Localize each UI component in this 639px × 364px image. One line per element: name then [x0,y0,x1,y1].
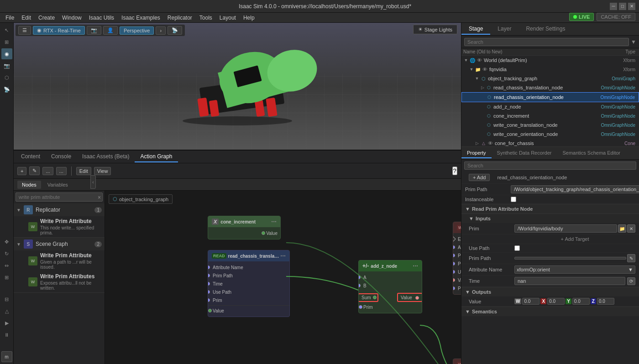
node-group-replicator-header[interactable]: ▼ R Replicator 1 [14,203,105,216]
expand-otg[interactable]: ▼ [474,76,480,81]
menu-isaac-examples[interactable]: Isaac Examples [118,14,164,22]
tree-fqnvidia[interactable]: ▼ 📁 👁 fqnvidia Xform [461,65,639,74]
menu-file[interactable]: File [2,14,18,22]
val-w-input[interactable] [522,298,539,305]
prop-section-semantics[interactable]: ▼ Semantics [461,307,639,316]
prop-prim-browse-button[interactable]: 📁 [618,224,626,233]
minimize-button[interactable]: ─ [610,3,617,10]
node-entry-write-prim-attr-2[interactable]: W Write Prim Attribute Given a path to .… [14,250,105,271]
menu-isaac-utils[interactable]: Isaac Utils [85,14,118,22]
prop-tab-property[interactable]: Property [461,148,492,158]
eye-world[interactable]: 👁 [477,57,482,63]
sidebar-m-icon[interactable]: m [1,351,12,362]
sidebar-camera-icon[interactable]: 📷 [1,60,12,71]
chevron-btn[interactable]: › [156,26,166,35]
menu-create[interactable]: Create [35,14,58,22]
menu-replicator[interactable]: Replicator [164,14,196,22]
ag-edit-label[interactable]: Edit [76,167,91,175]
sidebar-move-icon[interactable]: ✥ [1,236,12,247]
prop-instanceable-checkbox[interactable] [511,197,516,202]
prop-section-inputs[interactable]: ▼ Inputs [461,213,639,223]
node-search-clear-button[interactable]: × [98,194,101,201]
sidebar-mesh-icon[interactable]: △ [1,306,12,317]
node-read-chassis-translation[interactable]: READ read_chassis_translation_node ··· A… [208,250,290,317]
node-write-cone-translation[interactable]: WRITE write_cone_translation_node ··· Ex… [453,222,461,295]
ag-dots-button[interactable]: ... [42,167,53,175]
menu-tools[interactable]: Tools [196,14,216,22]
expand-rct[interactable]: ▷ [480,85,485,90]
menu-layout[interactable]: Layout [216,14,240,22]
expand-fqnvidia[interactable]: ▼ [469,67,474,72]
sidebar-broadcast-icon[interactable]: 📡 [1,84,12,95]
perspective-btn[interactable]: Perspective [120,26,154,35]
prop-time-reset-button[interactable]: ⟳ [627,277,635,285]
val-y-input[interactable] [572,298,590,305]
node-cone-increment[interactable]: X cone_increment ··· Value [208,216,281,239]
prop-add-button[interactable]: + Add [469,174,490,181]
ag-subtab-variables[interactable]: Variables [43,181,73,189]
ag-help-button[interactable]: ? [452,166,457,175]
graph-canvas[interactable]: ⬡ object_tracking_graph [105,191,461,364]
node-more-cone-increment[interactable]: ··· [271,218,277,225]
ag-add-button[interactable]: + [17,167,26,175]
sidebar-cursor-icon[interactable]: ↖ [1,25,12,36]
camera-icon-btn[interactable]: 📷 [87,26,101,35]
val-x-input[interactable] [547,298,565,305]
prop-tab-synthetic[interactable]: Synthetic Data Recorder [492,148,557,158]
tab-isaac-assets[interactable]: Isaac Assets (Beta) [77,151,135,162]
stage-tab-render[interactable]: Render Settings [519,24,572,35]
tree-ci[interactable]: ⬡ cone_increment OmniGraphNode [461,111,639,120]
node-add-z[interactable]: +/- add_z_node ··· A B [358,260,422,313]
prop-tab-semantics[interactable]: Semantics Schema Editor [557,148,626,158]
node-write-cone-orientation[interactable]: WRITE write_cone_orientation_node ··· Ex… [453,359,461,364]
tab-content[interactable]: Content [16,151,46,162]
sidebar-rotate-icon[interactable]: ↻ [1,248,12,259]
sidebar-scale-icon[interactable]: ⇔ [1,260,12,271]
maximize-button[interactable]: □ [619,3,626,10]
prop-section-read[interactable]: ▼ Read Prim Attribute Node [461,204,639,213]
prop-attr-name-dropdown[interactable]: xformOp:orient ▼ [514,265,635,274]
node-entry-write-prim-attrs[interactable]: W Write Prim Attributes Exposes attribu.… [14,271,105,292]
stage-filter-button[interactable]: ▼ [631,39,636,45]
ag-pencil-button[interactable]: ✎ [29,166,40,175]
node-group-scene-graph-header[interactable]: ▼ S Scene Graph 2 [14,238,105,250]
tree-world[interactable]: ▼ 🌐 👁 World (defaultPrim) Xform [461,56,639,65]
tree-wct[interactable]: ⬡ write_cone_translation_node OmniGraphN… [461,120,639,130]
hamburger-btn[interactable]: ☰ [18,26,31,35]
node-entry-write-prim-attr-1[interactable]: W Write Prim Attribute This node write..… [14,216,105,237]
sidebar-perspective-icon[interactable]: ⬡ [1,72,12,83]
eye-cfc[interactable]: 👁 [488,140,493,146]
sidebar-transform-icon[interactable]: ⊞ [1,272,12,283]
ag-subtab-nodes[interactable]: Nodes [17,181,41,189]
stage-search-input[interactable] [464,38,629,46]
tree-cfc[interactable]: ▷ △ 👁 cone_for_chassis Cone [461,139,639,147]
prop-prim-path2-edit[interactable]: ✎ [627,254,635,262]
person-btn[interactable]: 👤 [103,26,118,35]
menu-help[interactable]: Help [240,14,258,22]
tab-console[interactable]: Console [46,151,77,162]
tab-action-graph[interactable]: Action Graph [135,151,178,162]
prop-prim-clear-button[interactable]: ✕ [627,224,635,233]
node-search-input[interactable] [16,192,103,202]
prop-use-path-checkbox[interactable] [514,245,520,251]
menu-edit[interactable]: Edit [18,14,35,22]
sidebar-snap-icon[interactable]: ⊟ [1,294,12,305]
prop-section-outputs[interactable]: ▼ Outputs [461,287,639,296]
tree-rct[interactable]: ▷ ⬡ read_chassis_translation_node OmniGr… [461,83,639,92]
eye-fqnvidia[interactable]: 👁 [482,67,487,72]
menu-window[interactable]: Window [58,14,85,22]
sidebar-pause-icon[interactable]: ⏸ [1,329,12,340]
node-more-add-z[interactable]: ··· [413,262,418,270]
node-more-read-translation[interactable]: ··· [280,252,286,260]
stage-lights-button[interactable]: ☀ Stage Lights [413,25,457,34]
sidebar-grid-icon[interactable]: ⊞ [1,36,12,47]
prop-search-input[interactable] [464,161,636,170]
ag-view-label[interactable]: View [94,167,111,175]
close-button[interactable]: ✕ [628,3,635,10]
rtx-realtime-btn[interactable]: ◉ RTX - Real-Time [33,26,85,35]
val-z-input[interactable] [597,298,614,305]
expand-cfc[interactable]: ▷ [474,141,480,146]
ag-dots2-button[interactable]: ... [56,167,67,175]
expand-world[interactable]: ▼ [463,58,469,62]
stage-tab-layer[interactable]: Layer [490,24,519,35]
